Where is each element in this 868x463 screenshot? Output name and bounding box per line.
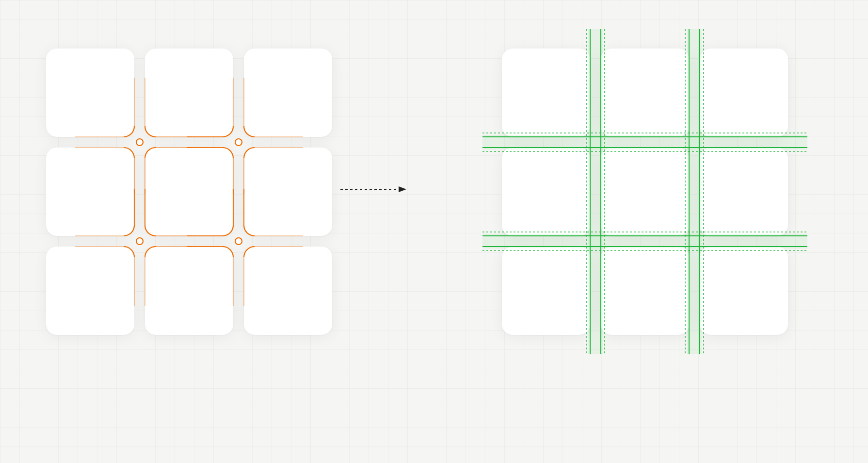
grid-cell [502, 148, 590, 236]
grid-cell [46, 247, 134, 335]
grid-cell [46, 49, 134, 137]
grid-cell [502, 247, 590, 335]
grid-cell [244, 247, 332, 335]
grid-cell [145, 247, 233, 335]
grid-after-cells [502, 49, 788, 335]
grid-cell [700, 49, 788, 137]
grid-before-cells [46, 49, 332, 335]
grid-cell [601, 49, 689, 137]
grid-cell [700, 148, 788, 236]
grid-before [46, 49, 332, 335]
grid-cell [244, 148, 332, 236]
grid-cell [145, 148, 233, 236]
grid-cell [502, 49, 590, 137]
grid-cell [700, 247, 788, 335]
svg-marker-37 [399, 186, 406, 192]
grid-cell [145, 49, 233, 137]
grid-cell [601, 148, 689, 236]
grid-cell [46, 148, 134, 236]
grid-after [502, 49, 788, 335]
arrow-icon [339, 184, 407, 194]
grid-cell [601, 247, 689, 335]
grid-cell [244, 49, 332, 137]
diagram-stage [0, 0, 868, 463]
